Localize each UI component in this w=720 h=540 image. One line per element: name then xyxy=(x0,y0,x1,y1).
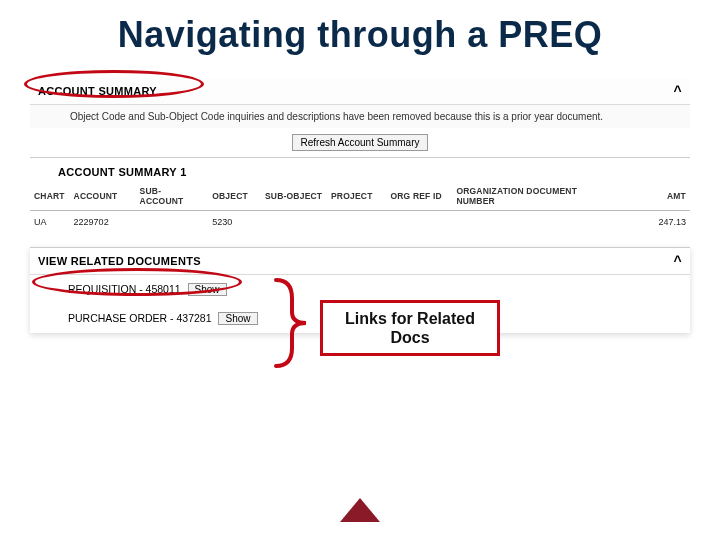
col-account: ACCOUNT xyxy=(70,182,136,211)
cell-org-ref-id xyxy=(386,211,452,234)
col-amt: AMT xyxy=(611,182,690,211)
cell-amt: 247.13 xyxy=(611,211,690,234)
view-related-documents-title: VIEW RELATED DOCUMENTS xyxy=(38,255,201,267)
refresh-account-summary-button[interactable]: Refresh Account Summary xyxy=(292,134,429,151)
view-related-documents-header[interactable]: VIEW RELATED DOCUMENTS ^ xyxy=(30,247,690,275)
cell-object: 5230 xyxy=(208,211,261,234)
related-doc-label: REQUISITION - 458011 xyxy=(68,283,181,295)
account-summary-header[interactable]: ACCOUNT SUMMARY ^ xyxy=(30,78,690,105)
cell-chart: UA xyxy=(30,211,70,234)
chevron-up-icon[interactable]: ^ xyxy=(674,254,682,268)
slide-title: Navigating through a PREQ xyxy=(30,14,690,56)
related-doc-label: PURCHASE ORDER - 437281 xyxy=(68,312,212,324)
annotation-callout: Links for Related Docs xyxy=(320,300,500,356)
cell-project xyxy=(327,211,386,234)
col-org-doc-num: ORGANIZATION DOCUMENT NUMBER xyxy=(452,182,610,211)
chevron-up-icon[interactable]: ^ xyxy=(674,84,682,98)
col-project: PROJECT xyxy=(327,182,386,211)
col-object: OBJECT xyxy=(208,182,261,211)
footer-triangle-icon xyxy=(340,498,380,522)
cell-sub-account xyxy=(136,211,209,234)
table-row: UA 2229702 5230 247.13 xyxy=(30,211,690,234)
account-summary-title: ACCOUNT SUMMARY xyxy=(38,85,157,97)
col-sub-object: SUB-OBJECT xyxy=(261,182,327,211)
cell-sub-object xyxy=(261,211,327,234)
col-chart: CHART xyxy=(30,182,70,211)
cell-account: 2229702 xyxy=(70,211,136,234)
show-purchase-order-button[interactable]: Show xyxy=(218,312,257,325)
show-requisition-button[interactable]: Show xyxy=(188,283,227,296)
prior-year-notice: Object Code and Sub-Object Code inquirie… xyxy=(30,105,690,128)
col-sub-account: SUB-ACCOUNT xyxy=(136,182,209,211)
account-summary-1-title: ACCOUNT SUMMARY 1 xyxy=(30,158,690,182)
col-org-ref-id: ORG REF ID xyxy=(386,182,452,211)
callout-text-line-1: Links for Related xyxy=(335,309,485,328)
cell-org-doc-num xyxy=(452,211,610,234)
callout-text-line-2: Docs xyxy=(335,328,485,347)
account-summary-table: CHART ACCOUNT SUB-ACCOUNT OBJECT SUB-OBJ… xyxy=(30,182,690,233)
